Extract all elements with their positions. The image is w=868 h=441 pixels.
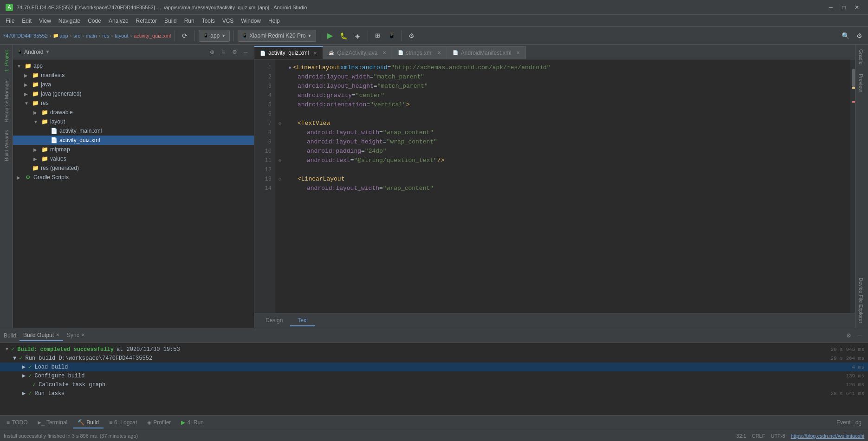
build-row-1[interactable]: ▼ ✓ Build: completed successfully at 202… <box>0 345 868 354</box>
tab-preview[interactable]: Preview <box>856 69 868 97</box>
tab-strings-xml[interactable]: 📄 strings.xml ✕ <box>392 46 447 59</box>
line-endings[interactable]: CRLF <box>752 433 765 439</box>
menu-build[interactable]: Build <box>161 16 181 26</box>
bottom-tab-build-output[interactable]: Build Output ✕ <box>19 330 63 341</box>
tree-item-mipmap[interactable]: ▶ 📁 mipmap <box>13 145 254 154</box>
build-row-2[interactable]: ▼ ✓ Run build D:\workspace\7470FDD44F355… <box>0 354 868 363</box>
maximize-button[interactable]: □ <box>838 3 849 12</box>
panel-collapse-btn[interactable]: ≡ <box>219 47 228 57</box>
panel-sync-btn[interactable]: ⊕ <box>207 47 217 57</box>
tab-gradle[interactable]: Gradle <box>856 45 868 69</box>
tree-item-activity-quiz[interactable]: ▶ 📄 activity_quiz.xml <box>13 136 254 145</box>
tree-item-app[interactable]: ▼ 📁 app <box>13 61 254 71</box>
menu-help[interactable]: Help <box>265 16 284 26</box>
bottom-settings-btn[interactable]: ⚙ <box>844 331 853 340</box>
breadcrumb-main[interactable]: main <box>86 33 97 39</box>
bottom-tab-sync[interactable]: Sync ✕ <box>63 330 89 341</box>
tab-device-file-explorer[interactable]: Device File Explorer <box>856 273 868 328</box>
sync-btn[interactable]: ⟳ <box>179 30 191 42</box>
tab-android-manifest-xml[interactable]: 📄 AndroidManifest.xml ✕ <box>447 46 526 59</box>
file-encoding[interactable]: UTF-8 <box>771 433 785 439</box>
fold-marker-11[interactable]: ⊖ <box>275 156 285 165</box>
menu-edit[interactable]: Edit <box>18 16 35 26</box>
build-row-5[interactable]: ✓ Calculate task graph 126 ms <box>0 380 868 389</box>
tool-tab-terminal[interactable]: ▶_ Terminal <box>33 417 72 428</box>
panel-settings-btn[interactable]: ⚙ <box>230 47 239 57</box>
fold-marker-7[interactable]: ⊖ <box>275 119 285 128</box>
menu-file[interactable]: File <box>2 16 18 26</box>
sync-close[interactable]: ✕ <box>81 332 85 337</box>
sdk-manager-btn[interactable]: ⊞ <box>372 30 384 42</box>
code-content[interactable]: ● <LinearLayout xmlns:android="http://sc… <box>285 59 850 313</box>
code-line-12 <box>288 165 850 175</box>
tool-tab-build[interactable]: 🔨 Build <box>73 417 104 428</box>
panel-close-btn[interactable]: ─ <box>241 47 250 57</box>
scrollbar-thumb[interactable] <box>852 69 855 87</box>
tab-resource-manager[interactable]: Resource Manager <box>2 75 11 126</box>
breadcrumb-project[interactable]: 7470FDD44F35552 <box>3 33 48 39</box>
tool-tab-event-log[interactable]: Event Log <box>832 417 866 428</box>
menu-view[interactable]: View <box>35 16 55 26</box>
tool-tab-logcat[interactable]: ≡ 6: Logcat <box>104 417 142 428</box>
tab-close-btn[interactable]: ✕ <box>437 50 441 55</box>
bottom-minimize-btn[interactable]: ─ <box>855 331 864 340</box>
close-button[interactable]: ✕ <box>851 3 862 12</box>
tree-item-manifests[interactable]: ▶ 📁 manifests <box>13 71 254 80</box>
tab-build-variants[interactable]: Build Variants <box>2 126 11 165</box>
device-selector[interactable]: 📱 Xiaomi Redmi K20 Pro ▼ <box>238 30 316 42</box>
tool-tab-profiler[interactable]: ◈ Profiler <box>143 417 175 428</box>
breadcrumb-src[interactable]: src <box>73 33 80 39</box>
tree-item-res-generated[interactable]: ▶ 📁 res (generated) <box>13 163 254 173</box>
build-row-6[interactable]: ▶ ✓ Run tasks 28 s 641 ms <box>0 389 868 398</box>
fold-marker-13[interactable]: ⊖ <box>275 175 285 184</box>
settings-btn[interactable]: ⚙ <box>406 30 418 42</box>
search-everywhere-btn[interactable]: 🔍 <box>839 30 851 42</box>
settings-right-btn[interactable]: ⚙ <box>853 30 865 42</box>
run-btn[interactable]: ▶ <box>324 30 336 42</box>
editor-scrollbar[interactable] <box>850 59 855 313</box>
profile-btn[interactable]: ◈ <box>352 30 364 42</box>
tree-item-res[interactable]: ▼ 📁 res <box>13 98 254 108</box>
breadcrumb-app[interactable]: 📁 app <box>53 33 68 39</box>
design-tab[interactable]: Design <box>258 315 290 326</box>
menu-navigate[interactable]: Navigate <box>55 16 84 26</box>
tree-item-activity-main[interactable]: ▶ 📄 activity_main.xml <box>13 126 254 136</box>
menu-run[interactable]: Run <box>181 16 198 26</box>
breadcrumb-layout[interactable]: layout <box>115 33 128 39</box>
app-selector[interactable]: 📱 app ▼ <box>199 30 230 42</box>
tab-close-btn[interactable]: ✕ <box>516 50 520 55</box>
tree-item-gradle[interactable]: ▶ ⚙ Gradle Scripts <box>13 173 254 182</box>
tab-quiz-activity-java[interactable]: ☕ QuizActivity.java ✕ <box>323 46 392 59</box>
text-tab[interactable]: Text <box>290 315 315 326</box>
tool-tab-run[interactable]: ▶ 4: Run <box>176 417 208 428</box>
breadcrumb-file[interactable]: activity_quiz.xml <box>134 33 171 39</box>
debug-btn[interactable]: 🐛 <box>338 30 350 42</box>
menu-analyze[interactable]: Analyze <box>105 16 132 26</box>
tab-activity-quiz-xml[interactable]: 📄 activity_quiz.xml ✕ <box>254 46 323 59</box>
build-row-4[interactable]: ▶ ✓ Configure build 139 ms <box>0 371 868 380</box>
avd-manager-btn[interactable]: 📱 <box>386 30 398 42</box>
menu-code[interactable]: Code <box>84 16 105 26</box>
menu-vcs[interactable]: VCS <box>219 16 238 26</box>
tool-tab-todo[interactable]: ≡ TODO <box>2 417 32 428</box>
folder-icon: 📁 <box>41 118 48 125</box>
minimize-button[interactable]: ─ <box>825 3 836 12</box>
menu-window[interactable]: Window <box>237 16 265 26</box>
tree-item-values[interactable]: ▶ 📁 values <box>13 154 254 163</box>
tab-close-btn[interactable]: ✕ <box>382 50 386 55</box>
menu-refactor[interactable]: Refactor <box>132 16 161 26</box>
build-row-3[interactable]: ▶ ✓ Load build 4 ms <box>0 363 868 371</box>
external-link[interactable]: https://blog.csdn.net/wulimiaoshi <box>791 433 864 439</box>
tree-item-java[interactable]: ▶ 📁 java <box>13 80 254 89</box>
cursor-position[interactable]: 32:1 <box>736 433 746 439</box>
menu-tools[interactable]: Tools <box>198 16 219 26</box>
breadcrumb-res[interactable]: res <box>102 33 109 39</box>
tree-item-layout[interactable]: ▼ 📁 layout <box>13 117 254 126</box>
build-output-close[interactable]: ✕ <box>56 332 59 337</box>
code-editor[interactable]: 1 2 3 4 5 6 7 8 9 10 11 12 13 14 <box>254 59 855 313</box>
tree-item-drawable[interactable]: ▶ 📁 drawable <box>13 108 254 117</box>
app-icon: A <box>6 4 13 11</box>
tree-item-java-generated[interactable]: ▶ 📁 java (generated) <box>13 89 254 98</box>
tab-project[interactable]: 1: Project <box>2 46 11 75</box>
tab-close-btn[interactable]: ✕ <box>313 51 317 56</box>
